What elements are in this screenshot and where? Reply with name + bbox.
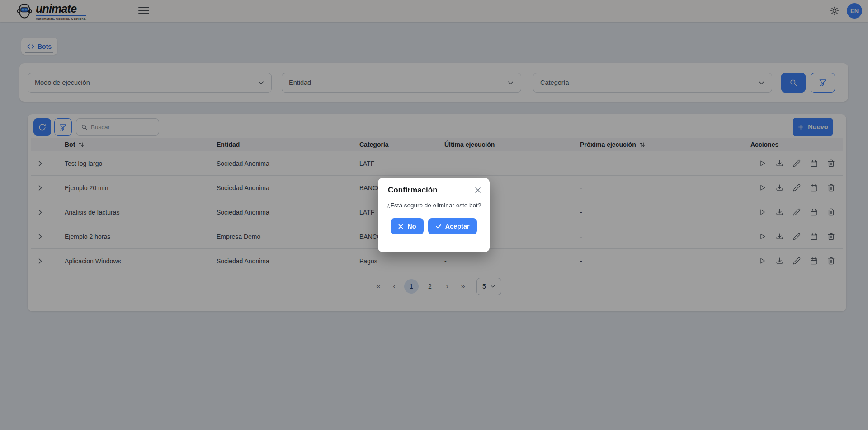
x-icon: [398, 224, 404, 229]
accept-button[interactable]: Aceptar: [428, 218, 477, 234]
no-button[interactable]: No: [391, 218, 423, 234]
close-icon[interactable]: [474, 187, 481, 194]
confirmation-dialog: Confirmación ¿Está seguro de eliminar es…: [378, 178, 490, 252]
check-icon: [435, 223, 442, 229]
dialog-title: Confirmación: [388, 186, 438, 195]
dialog-message: ¿Está seguro de eliminar este bot?: [378, 202, 490, 209]
